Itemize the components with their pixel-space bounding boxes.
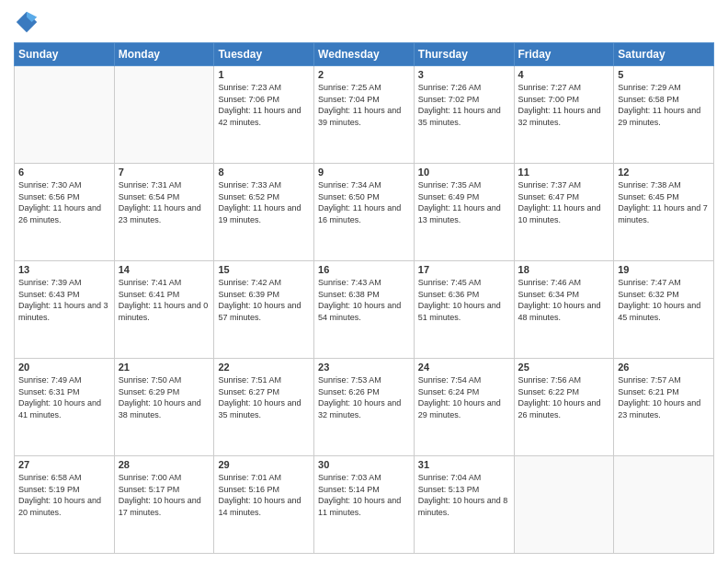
day-number: 1 <box>218 69 310 80</box>
day-number: 29 <box>218 459 310 470</box>
calendar-cell: 19Sunrise: 7:47 AM Sunset: 6:32 PM Dayli… <box>614 261 714 359</box>
day-info: Sunrise: 7:43 AM Sunset: 6:38 PM Dayligh… <box>318 277 410 323</box>
day-number: 11 <box>518 167 610 178</box>
page: SundayMondayTuesdayWednesdayThursdayFrid… <box>0 0 728 563</box>
calendar-cell: 15Sunrise: 7:42 AM Sunset: 6:39 PM Dayli… <box>214 261 314 359</box>
calendar-weekday-tuesday: Tuesday <box>214 43 314 66</box>
day-info: Sunrise: 7:45 AM Sunset: 6:36 PM Dayligh… <box>418 277 510 323</box>
calendar-cell: 27Sunrise: 6:58 AM Sunset: 5:19 PM Dayli… <box>15 456 115 554</box>
day-number: 22 <box>218 362 310 373</box>
calendar-cell: 29Sunrise: 7:01 AM Sunset: 5:16 PM Dayli… <box>214 456 314 554</box>
day-number: 3 <box>418 69 510 80</box>
day-info: Sunrise: 7:42 AM Sunset: 6:39 PM Dayligh… <box>218 277 310 323</box>
day-number: 4 <box>518 69 610 80</box>
day-info: Sunrise: 7:51 AM Sunset: 6:27 PM Dayligh… <box>218 374 310 420</box>
day-number: 17 <box>418 264 510 275</box>
calendar-cell: 18Sunrise: 7:46 AM Sunset: 6:34 PM Dayli… <box>514 261 614 359</box>
calendar-cell: 7Sunrise: 7:31 AM Sunset: 6:54 PM Daylig… <box>114 164 214 261</box>
calendar-cell: 8Sunrise: 7:33 AM Sunset: 6:52 PM Daylig… <box>214 164 314 261</box>
day-number: 27 <box>18 459 110 470</box>
calendar-cell: 14Sunrise: 7:41 AM Sunset: 6:41 PM Dayli… <box>114 261 214 359</box>
header <box>14 9 714 35</box>
day-info: Sunrise: 7:41 AM Sunset: 6:41 PM Dayligh… <box>119 277 210 323</box>
calendar-week-row: 20Sunrise: 7:49 AM Sunset: 6:31 PM Dayli… <box>15 359 714 456</box>
day-info: Sunrise: 7:27 AM Sunset: 7:00 PM Dayligh… <box>518 82 610 128</box>
calendar-cell: 11Sunrise: 7:37 AM Sunset: 6:47 PM Dayli… <box>514 164 614 261</box>
day-info: Sunrise: 7:37 AM Sunset: 6:47 PM Dayligh… <box>518 179 610 225</box>
calendar-cell: 6Sunrise: 7:30 AM Sunset: 6:56 PM Daylig… <box>15 164 115 261</box>
day-number: 21 <box>119 362 210 373</box>
calendar-cell: 24Sunrise: 7:54 AM Sunset: 6:24 PM Dayli… <box>414 359 514 456</box>
day-info: Sunrise: 7:47 AM Sunset: 6:32 PM Dayligh… <box>618 277 710 323</box>
calendar-cell: 16Sunrise: 7:43 AM Sunset: 6:38 PM Dayli… <box>314 261 415 359</box>
day-info: Sunrise: 7:57 AM Sunset: 6:21 PM Dayligh… <box>618 374 710 420</box>
day-info: Sunrise: 7:25 AM Sunset: 7:04 PM Dayligh… <box>318 82 410 128</box>
calendar-weekday-thursday: Thursday <box>414 43 514 66</box>
day-info: Sunrise: 7:31 AM Sunset: 6:54 PM Dayligh… <box>119 179 210 225</box>
calendar-cell: 26Sunrise: 7:57 AM Sunset: 6:21 PM Dayli… <box>614 359 714 456</box>
calendar-cell: 3Sunrise: 7:26 AM Sunset: 7:02 PM Daylig… <box>414 66 514 164</box>
day-info: Sunrise: 7:01 AM Sunset: 5:16 PM Dayligh… <box>218 472 310 518</box>
day-number: 6 <box>18 167 110 178</box>
calendar-cell: 22Sunrise: 7:51 AM Sunset: 6:27 PM Dayli… <box>214 359 314 456</box>
calendar-cell <box>614 456 714 554</box>
calendar-cell <box>15 66 115 164</box>
day-number: 16 <box>318 264 410 275</box>
calendar-cell: 30Sunrise: 7:03 AM Sunset: 5:14 PM Dayli… <box>314 456 415 554</box>
day-number: 26 <box>618 362 710 373</box>
calendar-cell: 28Sunrise: 7:00 AM Sunset: 5:17 PM Dayli… <box>114 456 214 554</box>
calendar-cell: 21Sunrise: 7:50 AM Sunset: 6:29 PM Dayli… <box>114 359 214 456</box>
day-info: Sunrise: 7:33 AM Sunset: 6:52 PM Dayligh… <box>218 179 310 225</box>
calendar-table: SundayMondayTuesdayWednesdayThursdayFrid… <box>14 42 714 554</box>
day-info: Sunrise: 7:39 AM Sunset: 6:43 PM Dayligh… <box>18 277 110 323</box>
day-info: Sunrise: 7:49 AM Sunset: 6:31 PM Dayligh… <box>18 374 110 420</box>
calendar-cell: 25Sunrise: 7:56 AM Sunset: 6:22 PM Dayli… <box>514 359 614 456</box>
calendar-week-row: 27Sunrise: 6:58 AM Sunset: 5:19 PM Dayli… <box>15 456 714 554</box>
day-info: Sunrise: 7:23 AM Sunset: 7:06 PM Dayligh… <box>218 82 310 128</box>
calendar-cell: 13Sunrise: 7:39 AM Sunset: 6:43 PM Dayli… <box>15 261 115 359</box>
logo <box>14 9 43 35</box>
calendar-cell: 31Sunrise: 7:04 AM Sunset: 5:13 PM Dayli… <box>414 456 514 554</box>
day-number: 12 <box>618 167 710 178</box>
calendar-weekday-friday: Friday <box>514 43 614 66</box>
calendar-weekday-wednesday: Wednesday <box>314 43 415 66</box>
day-info: Sunrise: 7:54 AM Sunset: 6:24 PM Dayligh… <box>418 374 510 420</box>
day-number: 14 <box>119 264 210 275</box>
day-number: 23 <box>318 362 410 373</box>
calendar-cell: 17Sunrise: 7:45 AM Sunset: 6:36 PM Dayli… <box>414 261 514 359</box>
day-number: 25 <box>518 362 610 373</box>
calendar-weekday-saturday: Saturday <box>614 43 714 66</box>
calendar-cell: 12Sunrise: 7:38 AM Sunset: 6:45 PM Dayli… <box>614 164 714 261</box>
day-number: 24 <box>418 362 510 373</box>
calendar-cell: 23Sunrise: 7:53 AM Sunset: 6:26 PM Dayli… <box>314 359 415 456</box>
calendar-cell: 5Sunrise: 7:29 AM Sunset: 6:58 PM Daylig… <box>614 66 714 164</box>
day-info: Sunrise: 7:50 AM Sunset: 6:29 PM Dayligh… <box>119 374 210 420</box>
calendar-cell <box>114 66 214 164</box>
day-info: Sunrise: 7:29 AM Sunset: 6:58 PM Dayligh… <box>618 82 710 128</box>
day-info: Sunrise: 7:35 AM Sunset: 6:49 PM Dayligh… <box>418 179 510 225</box>
day-info: Sunrise: 7:04 AM Sunset: 5:13 PM Dayligh… <box>418 472 510 518</box>
calendar-header-row: SundayMondayTuesdayWednesdayThursdayFrid… <box>15 43 714 66</box>
day-info: Sunrise: 7:00 AM Sunset: 5:17 PM Dayligh… <box>119 472 210 518</box>
day-number: 9 <box>318 167 410 178</box>
calendar-cell: 20Sunrise: 7:49 AM Sunset: 6:31 PM Dayli… <box>15 359 115 456</box>
day-number: 7 <box>119 167 210 178</box>
day-number: 13 <box>18 264 110 275</box>
day-info: Sunrise: 7:53 AM Sunset: 6:26 PM Dayligh… <box>318 374 410 420</box>
calendar-cell: 2Sunrise: 7:25 AM Sunset: 7:04 PM Daylig… <box>314 66 415 164</box>
day-number: 10 <box>418 167 510 178</box>
day-number: 20 <box>18 362 110 373</box>
day-number: 8 <box>218 167 310 178</box>
calendar-week-row: 6Sunrise: 7:30 AM Sunset: 6:56 PM Daylig… <box>15 164 714 261</box>
day-number: 18 <box>518 264 610 275</box>
day-number: 19 <box>618 264 710 275</box>
day-info: Sunrise: 7:26 AM Sunset: 7:02 PM Dayligh… <box>418 82 510 128</box>
day-info: Sunrise: 6:58 AM Sunset: 5:19 PM Dayligh… <box>18 472 110 518</box>
day-number: 28 <box>119 459 210 470</box>
day-info: Sunrise: 7:34 AM Sunset: 6:50 PM Dayligh… <box>318 179 410 225</box>
calendar-cell <box>514 456 614 554</box>
day-info: Sunrise: 7:38 AM Sunset: 6:45 PM Dayligh… <box>618 179 710 225</box>
day-info: Sunrise: 7:03 AM Sunset: 5:14 PM Dayligh… <box>318 472 410 518</box>
calendar-week-row: 13Sunrise: 7:39 AM Sunset: 6:43 PM Dayli… <box>15 261 714 359</box>
logo-icon <box>14 9 40 35</box>
